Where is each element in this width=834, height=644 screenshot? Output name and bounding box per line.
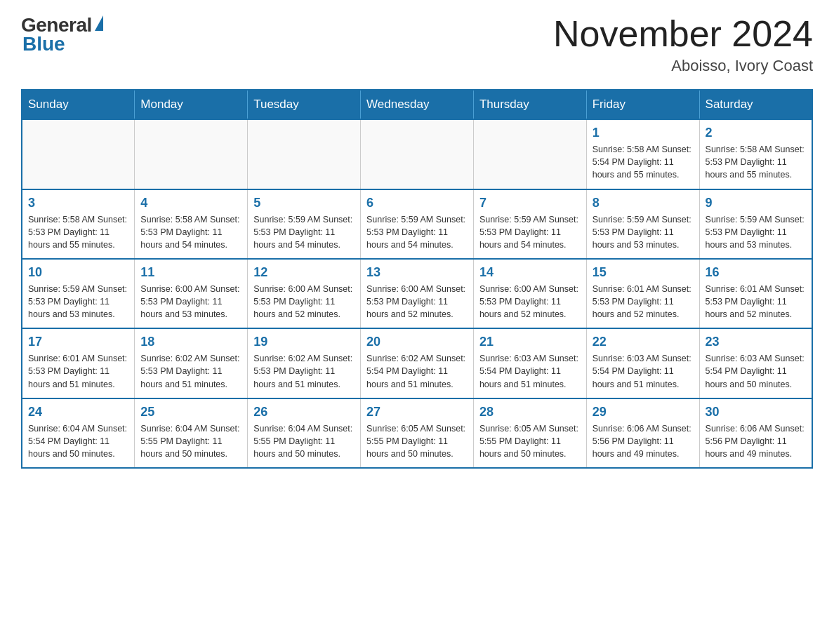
day-number: 13 [366,265,468,280]
logo-triangle-icon [95,15,103,31]
day-number: 17 [28,335,128,349]
calendar-day-cell: 5Sunrise: 5:59 AM Sunset: 5:53 PM Daylig… [248,189,361,259]
calendar-day-cell: 2Sunrise: 5:58 AM Sunset: 5:53 PM Daylig… [699,119,812,189]
day-number: 27 [366,405,468,420]
day-info: Sunrise: 6:04 AM Sunset: 5:55 PM Dayligh… [140,422,241,460]
calendar-header-row: SundayMondayTuesdayWednesdayThursdayFrid… [22,90,812,119]
calendar-day-cell: 16Sunrise: 6:01 AM Sunset: 5:53 PM Dayli… [699,259,812,328]
calendar-table: SundayMondayTuesdayWednesdayThursdayFrid… [21,89,813,469]
calendar-day-cell [22,119,135,189]
calendar-day-cell [135,119,248,189]
calendar-day-header: Friday [586,90,699,119]
calendar-day-header: Monday [135,90,248,119]
calendar-day-cell: 11Sunrise: 6:00 AM Sunset: 5:53 PM Dayli… [135,259,248,328]
logo: General Blue [21,14,103,55]
calendar-day-header: Wednesday [361,90,474,119]
day-number: 20 [366,335,468,349]
day-number: 14 [479,265,581,280]
calendar-day-cell: 14Sunrise: 6:00 AM Sunset: 5:53 PM Dayli… [473,259,586,328]
day-number: 11 [140,265,241,280]
calendar-day-cell: 27Sunrise: 6:05 AM Sunset: 5:55 PM Dayli… [361,398,474,468]
day-number: 22 [593,335,694,349]
day-info: Sunrise: 6:02 AM Sunset: 5:53 PM Dayligh… [140,352,241,390]
day-info: Sunrise: 6:03 AM Sunset: 5:54 PM Dayligh… [593,352,694,390]
day-number: 23 [706,335,806,349]
day-info: Sunrise: 6:05 AM Sunset: 5:55 PM Dayligh… [479,422,581,460]
day-info: Sunrise: 6:00 AM Sunset: 5:53 PM Dayligh… [253,283,355,321]
calendar-day-header: Sunday [22,90,135,119]
day-info: Sunrise: 5:58 AM Sunset: 5:53 PM Dayligh… [28,213,128,251]
calendar-day-cell: 24Sunrise: 6:04 AM Sunset: 5:54 PM Dayli… [22,398,135,468]
calendar-day-cell: 7Sunrise: 5:59 AM Sunset: 5:53 PM Daylig… [473,189,586,259]
calendar-day-header: Thursday [473,90,586,119]
calendar-day-cell [361,119,474,189]
calendar-day-cell [473,119,586,189]
calendar-week-row: 3Sunrise: 5:58 AM Sunset: 5:53 PM Daylig… [22,189,812,259]
day-number: 1 [593,126,694,140]
page-title: November 2024 [553,14,813,54]
day-number: 21 [479,335,581,349]
day-number: 29 [593,405,694,420]
calendar-day-cell: 23Sunrise: 6:03 AM Sunset: 5:54 PM Dayli… [699,328,812,398]
calendar-day-cell: 28Sunrise: 6:05 AM Sunset: 5:55 PM Dayli… [473,398,586,468]
calendar-week-row: 17Sunrise: 6:01 AM Sunset: 5:53 PM Dayli… [22,328,812,398]
day-number: 28 [479,405,581,420]
day-number: 7 [479,196,581,210]
day-number: 24 [28,405,128,420]
day-info: Sunrise: 6:03 AM Sunset: 5:54 PM Dayligh… [706,352,806,390]
day-number: 18 [140,335,241,349]
day-info: Sunrise: 5:59 AM Sunset: 5:53 PM Dayligh… [253,213,355,251]
day-number: 15 [593,265,694,280]
calendar-day-cell: 21Sunrise: 6:03 AM Sunset: 5:54 PM Dayli… [473,328,586,398]
calendar-day-cell: 12Sunrise: 6:00 AM Sunset: 5:53 PM Dayli… [248,259,361,328]
calendar-day-cell: 20Sunrise: 6:02 AM Sunset: 5:54 PM Dayli… [361,328,474,398]
day-info: Sunrise: 5:58 AM Sunset: 5:53 PM Dayligh… [140,213,241,251]
day-info: Sunrise: 5:59 AM Sunset: 5:53 PM Dayligh… [479,213,581,251]
page-subtitle: Aboisso, Ivory Coast [553,57,813,75]
calendar-day-cell: 13Sunrise: 6:00 AM Sunset: 5:53 PM Dayli… [361,259,474,328]
calendar-week-row: 10Sunrise: 5:59 AM Sunset: 5:53 PM Dayli… [22,259,812,328]
day-info: Sunrise: 6:03 AM Sunset: 5:54 PM Dayligh… [479,352,581,390]
calendar-day-cell: 17Sunrise: 6:01 AM Sunset: 5:53 PM Dayli… [22,328,135,398]
day-number: 9 [706,196,806,210]
calendar-day-cell: 6Sunrise: 5:59 AM Sunset: 5:53 PM Daylig… [361,189,474,259]
title-section: November 2024 Aboisso, Ivory Coast [553,14,813,75]
calendar-day-cell: 9Sunrise: 5:59 AM Sunset: 5:53 PM Daylig… [699,189,812,259]
day-number: 26 [253,405,355,420]
day-info: Sunrise: 6:01 AM Sunset: 5:53 PM Dayligh… [28,352,128,390]
day-number: 4 [140,196,241,210]
calendar-day-cell: 19Sunrise: 6:02 AM Sunset: 5:53 PM Dayli… [248,328,361,398]
day-number: 6 [366,196,468,210]
calendar-day-cell: 18Sunrise: 6:02 AM Sunset: 5:53 PM Dayli… [135,328,248,398]
calendar-week-row: 1Sunrise: 5:58 AM Sunset: 5:54 PM Daylig… [22,119,812,189]
calendar-day-cell: 10Sunrise: 5:59 AM Sunset: 5:53 PM Dayli… [22,259,135,328]
day-info: Sunrise: 6:00 AM Sunset: 5:53 PM Dayligh… [479,283,581,321]
day-info: Sunrise: 6:06 AM Sunset: 5:56 PM Dayligh… [706,422,806,460]
day-info: Sunrise: 6:02 AM Sunset: 5:53 PM Dayligh… [253,352,355,390]
day-number: 2 [706,126,806,140]
calendar-day-cell: 29Sunrise: 6:06 AM Sunset: 5:56 PM Dayli… [586,398,699,468]
calendar-day-cell: 30Sunrise: 6:06 AM Sunset: 5:56 PM Dayli… [699,398,812,468]
day-info: Sunrise: 5:59 AM Sunset: 5:53 PM Dayligh… [593,213,694,251]
calendar-day-cell: 3Sunrise: 5:58 AM Sunset: 5:53 PM Daylig… [22,189,135,259]
calendar-day-cell: 8Sunrise: 5:59 AM Sunset: 5:53 PM Daylig… [586,189,699,259]
day-info: Sunrise: 6:00 AM Sunset: 5:53 PM Dayligh… [140,283,241,321]
day-info: Sunrise: 5:58 AM Sunset: 5:54 PM Dayligh… [593,143,694,181]
calendar-day-cell: 4Sunrise: 5:58 AM Sunset: 5:53 PM Daylig… [135,189,248,259]
day-info: Sunrise: 6:06 AM Sunset: 5:56 PM Dayligh… [593,422,694,460]
calendar-day-cell: 1Sunrise: 5:58 AM Sunset: 5:54 PM Daylig… [586,119,699,189]
calendar-day-cell: 15Sunrise: 6:01 AM Sunset: 5:53 PM Dayli… [586,259,699,328]
day-info: Sunrise: 6:05 AM Sunset: 5:55 PM Dayligh… [366,422,468,460]
day-info: Sunrise: 6:01 AM Sunset: 5:53 PM Dayligh… [593,283,694,321]
day-info: Sunrise: 6:00 AM Sunset: 5:53 PM Dayligh… [366,283,468,321]
calendar-day-cell: 25Sunrise: 6:04 AM Sunset: 5:55 PM Dayli… [135,398,248,468]
day-number: 12 [253,265,355,280]
day-info: Sunrise: 5:58 AM Sunset: 5:53 PM Dayligh… [706,143,806,181]
logo-blue-text: Blue [21,33,65,55]
day-number: 19 [253,335,355,349]
calendar-day-cell: 22Sunrise: 6:03 AM Sunset: 5:54 PM Dayli… [586,328,699,398]
calendar-week-row: 24Sunrise: 6:04 AM Sunset: 5:54 PM Dayli… [22,398,812,468]
day-number: 30 [706,405,806,420]
day-info: Sunrise: 6:04 AM Sunset: 5:55 PM Dayligh… [253,422,355,460]
day-info: Sunrise: 5:59 AM Sunset: 5:53 PM Dayligh… [366,213,468,251]
